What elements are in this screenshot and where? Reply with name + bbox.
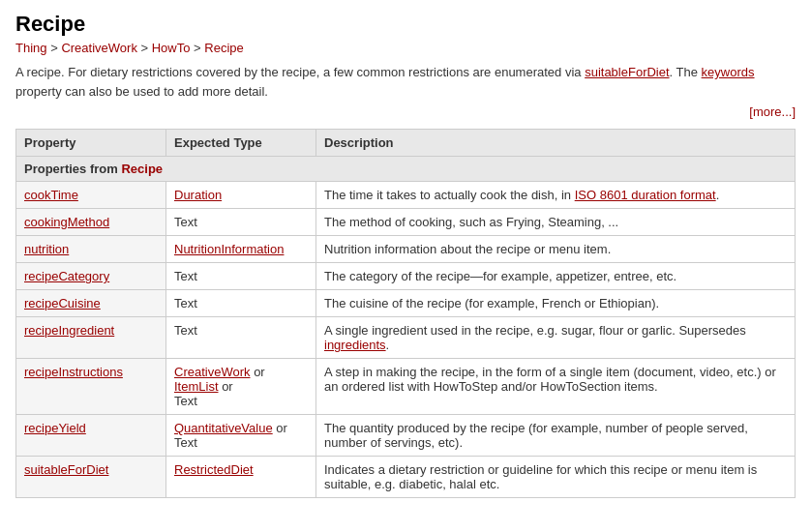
- type-text: Text: [174, 269, 197, 283]
- property-recipeingredient[interactable]: recipeIngredient: [24, 323, 114, 338]
- type-text: Text: [174, 296, 197, 310]
- desc-recipeingredient: A single ingredient used in the recipe, …: [316, 317, 796, 359]
- keywords-link[interactable]: keywords: [702, 65, 755, 79]
- property-recipecuisine[interactable]: recipeCuisine: [24, 296, 101, 310]
- table-row: suitableForDiet RestrictedDiet Indicates…: [16, 457, 796, 498]
- type-quantitativevalue[interactable]: QuantitativeValue: [174, 421, 273, 435]
- col-header-expected-type: Expected Type: [166, 130, 316, 157]
- desc-recipeinstructions: A step in making the recipe, in the form…: [316, 359, 796, 415]
- breadcrumb-thing[interactable]: Thing: [15, 41, 47, 55]
- suitableForDiet-link[interactable]: suitableForDiet: [585, 65, 669, 79]
- type-nutritioninformation[interactable]: NutritionInformation: [174, 242, 284, 256]
- section-label: Properties from: [24, 162, 121, 176]
- desc-recipecategory: The category of the recipe—for example, …: [316, 263, 796, 290]
- table-row: recipeInstructions CreativeWork or ItemL…: [16, 359, 796, 415]
- breadcrumb: Thing > CreativeWork > HowTo > Recipe: [15, 41, 796, 55]
- property-recipeyield[interactable]: recipeYield: [24, 421, 86, 435]
- iso8601-link[interactable]: ISO 8601 duration format: [575, 188, 716, 202]
- type-text: Text: [174, 323, 197, 338]
- desc-cookingmethod: The method of cooking, such as Frying, S…: [316, 209, 796, 236]
- more-link-container: [more...]: [15, 104, 796, 119]
- properties-table: Property Expected Type Description Prope…: [15, 129, 796, 498]
- col-header-property: Property: [16, 130, 166, 157]
- desc-recipeyield: The quantity produced by the recipe (for…: [316, 415, 796, 457]
- breadcrumb-creativework[interactable]: CreativeWork: [61, 41, 137, 55]
- breadcrumb-recipe[interactable]: Recipe: [204, 41, 243, 55]
- table-row: nutrition NutritionInformation Nutrition…: [16, 236, 796, 263]
- desc-cooktime: The time it takes to actually cook the d…: [316, 182, 796, 209]
- type-creativework[interactable]: CreativeWork: [174, 365, 251, 379]
- page-title: Recipe: [15, 12, 796, 37]
- table-row: recipeCategory Text The category of the …: [16, 263, 796, 290]
- more-link[interactable]: [more...]: [749, 104, 796, 119]
- property-cooktime[interactable]: cookTime: [24, 188, 78, 202]
- desc-suitablefordiet: Indicates a dietary restriction or guide…: [316, 457, 796, 498]
- property-suitablefordiet[interactable]: suitableForDiet: [24, 462, 108, 477]
- breadcrumb-howto[interactable]: HowTo: [152, 41, 191, 55]
- ingredients-link[interactable]: ingredients: [324, 338, 386, 352]
- page-description: A recipe. For dietary restrictions cover…: [15, 63, 796, 101]
- property-recipeinstructions[interactable]: recipeInstructions: [24, 365, 123, 379]
- type-text: Text: [174, 394, 197, 408]
- property-nutrition[interactable]: nutrition: [24, 242, 69, 256]
- desc-nutrition: Nutrition information about the recipe o…: [316, 236, 796, 263]
- property-cookingmethod[interactable]: cookingMethod: [24, 215, 109, 229]
- type-restricteddiet[interactable]: RestrictedDiet: [174, 462, 254, 477]
- type-duration[interactable]: Duration: [174, 188, 222, 202]
- table-row: cookingMethod Text The method of cooking…: [16, 209, 796, 236]
- section-name: Recipe: [121, 162, 163, 176]
- desc-recipecuisine: The cuisine of the recipe (for example, …: [316, 290, 796, 317]
- col-header-description: Description: [316, 130, 796, 157]
- type-text: Text: [174, 435, 197, 450]
- table-row: cookTime Duration The time it takes to a…: [16, 182, 796, 209]
- table-row: recipeCuisine Text The cuisine of the re…: [16, 290, 796, 317]
- type-text: Text: [174, 215, 197, 229]
- table-row: recipeYield QuantitativeValue or Text Th…: [16, 415, 796, 457]
- table-row: recipeIngredient Text A single ingredien…: [16, 317, 796, 359]
- type-itemlist[interactable]: ItemList: [174, 379, 219, 394]
- section-header-row: Properties from Recipe: [16, 157, 796, 182]
- property-recipecategory[interactable]: recipeCategory: [24, 269, 109, 283]
